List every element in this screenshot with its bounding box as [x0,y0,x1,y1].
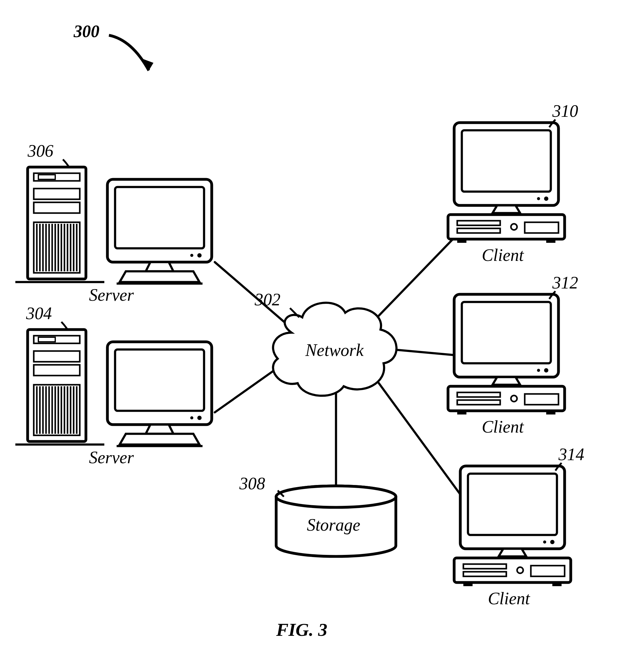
client-bottom-label: Client [488,589,530,608]
client-bottom-node [0,0,622,672]
svg-rect-89 [531,566,565,576]
svg-rect-92 [552,583,561,586]
svg-point-84 [550,540,554,544]
svg-rect-83 [468,474,557,535]
svg-rect-91 [463,583,473,586]
client-bottom-ref: 314 [558,445,584,464]
figure-stage: 300 302 Network [0,0,622,672]
svg-point-90 [517,567,523,573]
figure-caption: FIG. 3 [276,619,327,640]
svg-rect-87 [463,564,506,569]
svg-rect-88 [463,572,506,576]
svg-point-85 [543,540,546,544]
